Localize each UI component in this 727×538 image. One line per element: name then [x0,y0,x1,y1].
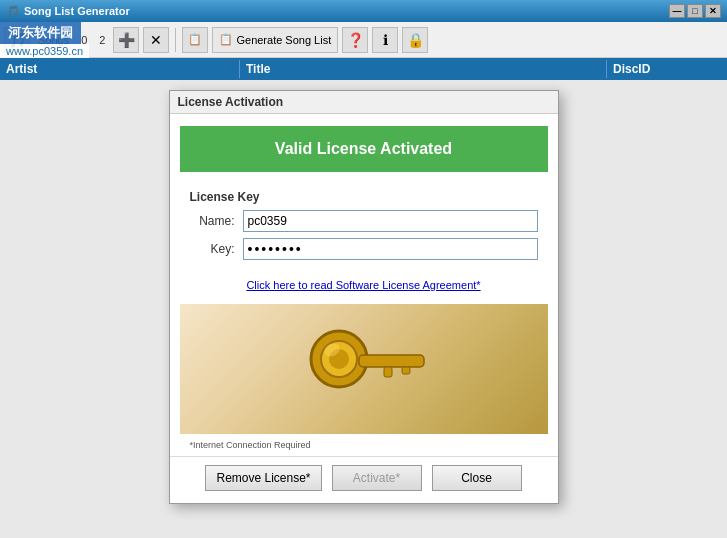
main-window: 🎵 Song List Generator — □ ✕ 河东软件园 www.pc… [0,0,727,538]
dialog-buttons: Remove License* Activate* Close [170,456,558,503]
songs-count1: 0 [77,34,91,46]
name-input[interactable] [243,210,538,232]
success-banner: Valid License Activated [180,126,548,172]
key-image [180,304,548,434]
activate-button[interactable]: Activate* [332,465,422,491]
dialog-title: License Activation [170,91,558,114]
maximize-button[interactable]: □ [687,4,703,18]
svg-rect-4 [384,367,392,377]
toolbar-separator [175,28,176,52]
main-area: License Activation Valid License Activat… [0,80,727,538]
svg-rect-3 [359,355,424,367]
col-discid-header: DiscID [607,60,727,78]
col-title-header: Title [240,60,607,78]
name-row: Name: [190,210,538,232]
songs-count2: 2 [95,34,109,46]
window-title: Song List Generator [24,5,130,17]
app-icon: 🎵 [6,5,20,18]
key-label: Key: [190,242,235,256]
svg-rect-5 [402,367,410,374]
generate-icon: 📋 [219,33,233,46]
remove-icon[interactable]: ✕ [143,27,169,53]
title-bar-left: 🎵 Song List Generator [6,5,130,18]
key-svg [294,314,434,424]
license-agreement-link[interactable]: Click here to read Software License Agre… [246,279,480,291]
songs-icon: 🎵 [4,27,30,53]
minimize-button[interactable]: — [669,4,685,18]
column-headers: Artist Title DiscID [0,58,727,80]
songs-label: Songs [34,34,73,46]
name-label: Name: [190,214,235,228]
dialog-body: Valid License Activated License Key Name… [170,114,558,503]
notification-icon[interactable]: 📋 [182,27,208,53]
license-key-label: License Key [190,190,538,204]
toolbar: 🎵 Songs 0 2 ➕ ✕ 📋 📋 Generate Song List ❓… [0,22,727,58]
remove-license-button[interactable]: Remove License* [205,465,321,491]
generate-label: Generate Song List [236,34,331,46]
col-artist-header: Artist [0,60,240,78]
license-dialog: License Activation Valid License Activat… [169,90,559,504]
lock-icon[interactable]: 🔒 [402,27,428,53]
title-bar: 🎵 Song List Generator — □ ✕ [0,0,727,22]
help-icon[interactable]: ❓ [342,27,368,53]
close-button[interactable]: Close [432,465,522,491]
key-input[interactable] [243,238,538,260]
license-key-section: License Key Name: Key: [170,182,558,270]
info-icon[interactable]: ℹ [372,27,398,53]
add-icon[interactable]: ➕ [113,27,139,53]
key-row: Key: [190,238,538,260]
internet-note: *Internet Connection Required [170,438,558,456]
title-bar-controls: — □ ✕ [669,4,721,18]
generate-button[interactable]: 📋 Generate Song List [212,27,338,53]
license-link-area: Click here to read Software License Agre… [170,270,558,296]
close-button[interactable]: ✕ [705,4,721,18]
